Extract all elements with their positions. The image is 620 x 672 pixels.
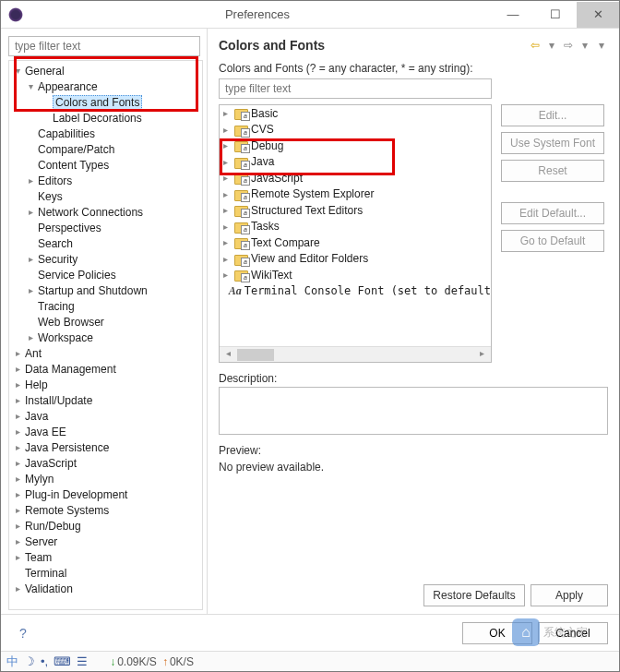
tree-item[interactable]: ▸Run/Debug [9, 518, 202, 534]
expand-icon[interactable]: ▸ [223, 108, 233, 118]
tree-item[interactable]: Web Browser [9, 314, 202, 330]
minimize-button[interactable]: — [492, 2, 534, 28]
expand-icon[interactable]: ▸ [223, 173, 233, 183]
tree-item[interactable]: Content Types [9, 157, 202, 173]
expand-icon[interactable]: ▸ [13, 395, 23, 405]
expand-icon[interactable]: ▸ [13, 474, 23, 484]
tree-item[interactable]: ▸Validation [9, 581, 202, 596]
expand-icon[interactable]: ▾ [26, 81, 36, 91]
tree-item[interactable]: ▸Team [9, 549, 202, 565]
h-scrollbar[interactable]: ◂ ▸ [220, 346, 491, 362]
ime-icon[interactable]: 中 [6, 654, 18, 670]
tree-item[interactable]: ▾Appearance [9, 78, 202, 94]
nav-back-menu[interactable]: ▾ [545, 39, 558, 52]
tree-item[interactable]: ▸Help [9, 377, 202, 392]
tree-item[interactable]: Perspectives [9, 220, 202, 235]
tree-item[interactable]: Search [9, 235, 202, 251]
tree-item[interactable]: ▸Mylyn [9, 471, 202, 486]
tree-item[interactable]: ▸Install/Update [9, 392, 202, 408]
tree-item[interactable]: ▸Server [9, 534, 202, 549]
nav-fwd-icon[interactable]: ⇨ [562, 39, 575, 52]
nav-fwd-menu[interactable]: ▾ [578, 39, 591, 52]
expand-icon[interactable]: ▸ [26, 207, 36, 217]
tree-item[interactable]: ▸Remote Systems [9, 502, 202, 518]
expand-icon[interactable]: ▸ [223, 254, 233, 264]
expand-icon[interactable]: ▸ [13, 442, 23, 452]
expand-icon[interactable]: ▸ [13, 536, 23, 546]
expand-icon[interactable]: ▸ [13, 348, 23, 358]
filter-input-left[interactable] [8, 36, 200, 56]
filter-input-right[interactable] [219, 78, 492, 99]
category-item[interactable]: ▸Text Compare [220, 234, 491, 251]
expand-icon[interactable]: ▸ [223, 125, 233, 135]
tree-item[interactable]: ▸Java [9, 408, 202, 424]
category-item[interactable]: ▸JavaScript [220, 170, 491, 186]
expand-icon[interactable]: ▸ [26, 254, 36, 264]
categories-tree[interactable]: ▸Basic▸CVS▸Debug▸Java▸JavaScript▸Remote … [219, 104, 492, 363]
apply-button[interactable]: Apply [531, 584, 608, 606]
expand-icon[interactable]: ▸ [223, 157, 233, 167]
category-item[interactable]: ▸Java [220, 154, 491, 171]
tree-item[interactable]: ▸Security [9, 251, 202, 267]
tree-item[interactable]: Tracing [9, 298, 202, 314]
tree-item[interactable]: ▸Startup and Shutdown [9, 282, 202, 298]
category-item[interactable]: ▸CVS [220, 122, 491, 138]
nav-back-icon[interactable]: ⇦ [529, 39, 542, 52]
tree-item[interactable]: Terminal [9, 565, 202, 581]
expand-icon[interactable]: ▸ [223, 205, 233, 215]
category-item[interactable]: ▸View and Editor Folders [220, 251, 491, 268]
keyboard-icon[interactable]: ⌨ [54, 654, 71, 668]
expand-icon[interactable]: ▸ [26, 332, 36, 342]
punct-icon[interactable]: •, [41, 654, 48, 668]
expand-icon[interactable]: ▸ [13, 552, 23, 562]
maximize-button[interactable]: ☐ [534, 2, 577, 28]
expand-icon[interactable]: ▸ [223, 270, 233, 280]
tree-item[interactable]: ▸Network Connections [9, 204, 202, 220]
expand-icon[interactable]: ▸ [13, 364, 23, 374]
moon-icon[interactable]: ☽ [24, 654, 35, 668]
tree-item[interactable]: Capabilities [9, 126, 202, 141]
tree-item[interactable]: ▸Editors [9, 173, 202, 188]
tree-item[interactable]: Compare/Patch [9, 141, 202, 157]
preferences-tree[interactable]: ▾General▾AppearanceColors and FontsLabel… [8, 60, 203, 610]
nav-menu-icon[interactable]: ▾ [595, 39, 608, 52]
tree-item[interactable]: Colors and Fonts [9, 94, 202, 110]
expand-icon[interactable]: ▸ [223, 237, 233, 247]
tree-item[interactable]: ▸Java Persistence [9, 439, 202, 455]
category-item[interactable]: AaTerminal Console Font (set to default [220, 283, 491, 300]
close-button[interactable]: ✕ [577, 2, 619, 28]
expand-icon[interactable]: ▸ [13, 411, 23, 421]
restore-defaults-button[interactable]: Restore Defaults [423, 584, 525, 606]
expand-icon[interactable]: ▸ [223, 140, 233, 150]
expand-icon[interactable]: ▸ [223, 222, 233, 232]
expand-icon[interactable]: ▸ [13, 583, 23, 594]
tree-item[interactable]: ▸JavaScript [9, 455, 202, 471]
expand-icon[interactable]: ▸ [13, 489, 23, 499]
expand-icon[interactable]: ▾ [13, 66, 23, 76]
settings-icon[interactable]: ☰ [77, 654, 88, 668]
expand-icon[interactable]: ▸ [13, 505, 23, 515]
tree-item[interactable]: ▸Ant [9, 345, 202, 361]
expand-icon[interactable]: ▸ [223, 189, 233, 199]
category-item[interactable]: ▸WikiText [220, 267, 491, 283]
category-item[interactable]: ▸Remote System Explorer [220, 186, 491, 203]
expand-icon[interactable]: ▸ [26, 285, 36, 295]
edit-default-button[interactable]: Edit Default... [501, 202, 604, 224]
tree-item[interactable]: ▸Plug-in Development [9, 486, 202, 502]
category-item[interactable]: ▸Structured Text Editors [220, 202, 491, 219]
help-button[interactable]: ? [12, 622, 34, 644]
category-item[interactable]: ▸Debug [220, 138, 491, 154]
tree-item[interactable]: Service Policies [9, 267, 202, 282]
tree-item[interactable]: ▸Java EE [9, 424, 202, 439]
expand-icon[interactable]: ▸ [13, 426, 23, 437]
reset-button[interactable]: Reset [501, 160, 604, 182]
go-to-default-button[interactable]: Go to Default [501, 230, 604, 252]
category-item[interactable]: ▸Tasks [220, 219, 491, 235]
use-system-font-button[interactable]: Use System Font [501, 132, 604, 154]
scroll-thumb[interactable] [237, 349, 274, 361]
tree-item[interactable]: ▾General [9, 63, 202, 78]
expand-icon[interactable]: ▸ [26, 175, 36, 186]
edit-button[interactable]: Edit... [501, 104, 604, 126]
tree-item[interactable]: Label Decorations [9, 110, 202, 126]
scroll-left-icon[interactable]: ◂ [221, 348, 235, 362]
